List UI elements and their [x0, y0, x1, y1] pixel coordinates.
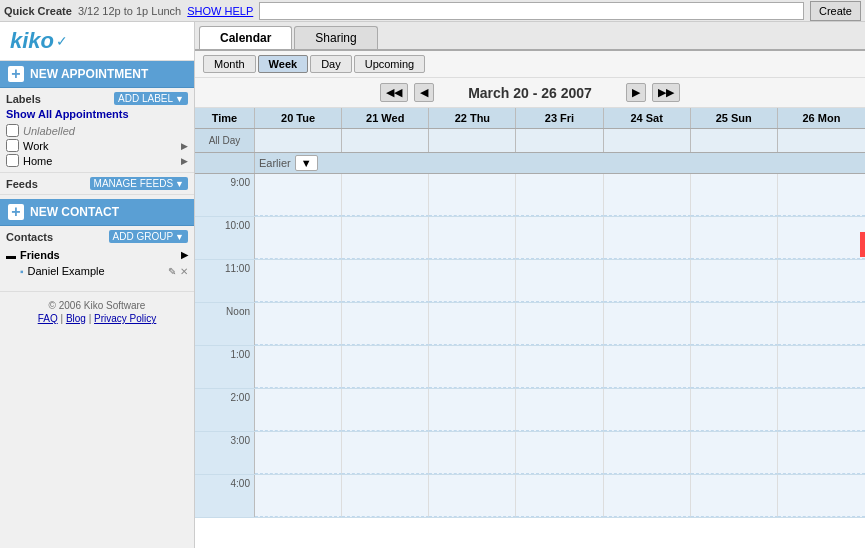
time-cell-0-0[interactable] [255, 174, 342, 216]
time-cell-3-2[interactable] [429, 303, 516, 345]
time-cell-6-0[interactable] [255, 432, 342, 474]
all-day-cell-2[interactable] [429, 129, 516, 152]
time-cell-7-5[interactable] [691, 475, 778, 517]
view-tab-month[interactable]: Month [203, 55, 256, 73]
time-cell-2-6[interactable] [778, 260, 865, 302]
all-day-cell-1[interactable] [342, 129, 429, 152]
create-button[interactable]: Create [810, 1, 861, 21]
time-cell-1-2[interactable] [429, 217, 516, 259]
tab-sharing[interactable]: Sharing [294, 26, 377, 49]
time-cell-1-3[interactable] [516, 217, 603, 259]
time-cell-4-0[interactable] [255, 346, 342, 388]
nav-prev-button[interactable]: ◀ [414, 83, 434, 102]
contact-group-friends[interactable]: ▬ Friends ▶ [6, 247, 188, 263]
time-cell-2-5[interactable] [691, 260, 778, 302]
time-cell-7-0[interactable] [255, 475, 342, 517]
privacy-policy-link[interactable]: Privacy Policy [94, 313, 156, 324]
add-label-button[interactable]: ADD LABEL ▼ [114, 92, 188, 105]
time-cell-3-0[interactable] [255, 303, 342, 345]
all-day-cell-4[interactable] [604, 129, 691, 152]
add-group-button[interactable]: ADD GROUP ▼ [109, 230, 188, 243]
time-cell-6-2[interactable] [429, 432, 516, 474]
view-tab-week[interactable]: Week [258, 55, 309, 73]
time-cell-0-4[interactable] [604, 174, 691, 216]
label-checkbox-home[interactable] [6, 154, 19, 167]
time-cell-5-3[interactable] [516, 389, 603, 431]
contact-edit-icon[interactable]: ✎ [168, 266, 176, 277]
time-cell-3-4[interactable] [604, 303, 691, 345]
time-cell-5-4[interactable] [604, 389, 691, 431]
time-cell-3-6[interactable] [778, 303, 865, 345]
time-cell-3-3[interactable] [516, 303, 603, 345]
time-cell-2-2[interactable] [429, 260, 516, 302]
all-day-cell-3[interactable] [516, 129, 603, 152]
all-day-cell-6[interactable] [778, 129, 865, 152]
time-cell-6-1[interactable] [342, 432, 429, 474]
time-cell-5-2[interactable] [429, 389, 516, 431]
time-cell-7-4[interactable] [604, 475, 691, 517]
time-cell-3-5[interactable] [691, 303, 778, 345]
time-cell-0-2[interactable] [429, 174, 516, 216]
time-cell-7-3[interactable] [516, 475, 603, 517]
time-cell-5-5[interactable] [691, 389, 778, 431]
time-cell-1-0[interactable] [255, 217, 342, 259]
nav-next-next-button[interactable]: ▶▶ [652, 83, 680, 102]
time-cell-7-1[interactable] [342, 475, 429, 517]
nav-prev-prev-button[interactable]: ◀◀ [380, 83, 408, 102]
time-cell-4-1[interactable] [342, 346, 429, 388]
time-cell-3-1[interactable] [342, 303, 429, 345]
tab-calendar[interactable]: Calendar [199, 26, 292, 49]
time-cell-0-3[interactable] [516, 174, 603, 216]
time-cell-6-5[interactable] [691, 432, 778, 474]
time-cell-6-6[interactable] [778, 432, 865, 474]
label-item-work[interactable]: Work ▶ [6, 138, 188, 153]
all-day-cell-5[interactable] [691, 129, 778, 152]
time-cell-4-4[interactable] [604, 346, 691, 388]
view-tab-upcoming[interactable]: Upcoming [354, 55, 426, 73]
time-cell-4-5[interactable] [691, 346, 778, 388]
new-contact-button[interactable]: + NEW CONTACT [0, 199, 194, 226]
quick-create-input[interactable] [259, 2, 804, 20]
time-label-1: 10:00 [195, 217, 255, 259]
time-cell-5-0[interactable] [255, 389, 342, 431]
time-cell-5-6[interactable] [778, 389, 865, 431]
label-checkbox-work[interactable] [6, 139, 19, 152]
time-cell-4-3[interactable] [516, 346, 603, 388]
view-tab-day[interactable]: Day [310, 55, 352, 73]
time-cell-6-3[interactable] [516, 432, 603, 474]
time-cell-2-3[interactable] [516, 260, 603, 302]
show-all-appointments[interactable]: Show All Appointments [6, 108, 188, 120]
manage-feeds-button[interactable]: MANAGE FEEDS ▼ [90, 177, 188, 190]
time-cell-2-1[interactable] [342, 260, 429, 302]
time-cell-2-4[interactable] [604, 260, 691, 302]
earlier-button[interactable]: ▼ [295, 155, 318, 171]
time-cell-1-6[interactable] [778, 217, 865, 259]
label-name-unlabelled: Unlabelled [23, 125, 75, 137]
contact-item-daniel[interactable]: ▪ Daniel Example ✎ ✕ [6, 263, 188, 279]
show-help-link[interactable]: SHOW HELP [187, 5, 253, 17]
time-cell-7-2[interactable] [429, 475, 516, 517]
time-cell-4-6[interactable] [778, 346, 865, 388]
contact-delete-icon[interactable]: ✕ [180, 266, 188, 277]
date-display: March 20 - 26 2007 [440, 85, 620, 101]
earlier-label: Earlier [259, 157, 291, 169]
label-item-unlabelled[interactable]: Unlabelled [6, 123, 188, 138]
blog-link[interactable]: Blog [66, 313, 86, 324]
time-cell-4-2[interactable] [429, 346, 516, 388]
time-cell-1-1[interactable] [342, 217, 429, 259]
label-item-home[interactable]: Home ▶ [6, 153, 188, 168]
time-cell-6-4[interactable] [604, 432, 691, 474]
time-cell-5-1[interactable] [342, 389, 429, 431]
time-cell-0-5[interactable] [691, 174, 778, 216]
label-checkbox-unlabelled[interactable] [6, 124, 19, 137]
nav-next-button[interactable]: ▶ [626, 83, 646, 102]
faq-link[interactable]: FAQ [38, 313, 58, 324]
time-cell-1-4[interactable] [604, 217, 691, 259]
all-day-cell-0[interactable] [255, 129, 342, 152]
new-appointment-button[interactable]: + NEW APPOINTMENT [0, 61, 194, 88]
time-cell-1-5[interactable] [691, 217, 778, 259]
time-cell-2-0[interactable] [255, 260, 342, 302]
time-cell-0-6[interactable] [778, 174, 865, 216]
time-cell-0-1[interactable] [342, 174, 429, 216]
time-cell-7-6[interactable] [778, 475, 865, 517]
